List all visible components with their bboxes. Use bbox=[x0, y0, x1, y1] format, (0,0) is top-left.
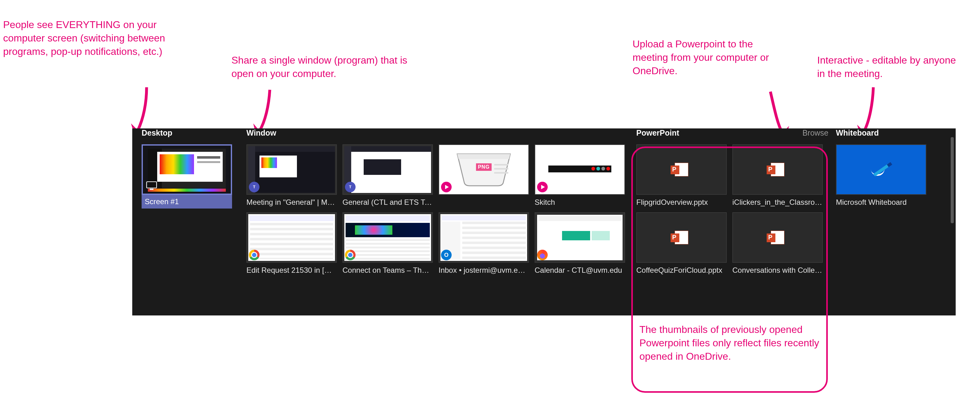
powerpoint-tile-label: iClickers_in_the_Classroo… bbox=[732, 198, 823, 207]
scrollbar-thumb[interactable] bbox=[951, 137, 954, 223]
share-tray-panel: Desktop Screen #1 Windo bbox=[132, 129, 956, 315]
window-tile-label: Calendar - CTL@uvm.edu bbox=[535, 266, 625, 275]
window-thumbnail: T bbox=[247, 144, 337, 195]
section-window: Window TMeeting in "General" | M…TGenera… bbox=[247, 129, 633, 275]
scrollbar[interactable] bbox=[951, 137, 954, 305]
powerpoint-tile-label: Conversations with Colle… bbox=[732, 266, 823, 275]
annotation-powerpoint: Upload a Powerpoint to the meeting from … bbox=[633, 37, 776, 78]
powerpoint-thumbnail bbox=[636, 144, 727, 195]
powerpoint-thumbnail bbox=[636, 212, 727, 263]
section-whiteboard: Whiteboard Microsoft Whiteboard bbox=[836, 129, 932, 207]
powerpoint-tile-label: CoffeeQuizForiCloud.pptx bbox=[636, 266, 727, 275]
skitch-icon bbox=[537, 182, 548, 192]
annotation-whiteboard: Interactive - editable by anyone in the … bbox=[817, 54, 961, 80]
powerpoint-tile[interactable]: CoffeeQuizForiCloud.pptx bbox=[636, 212, 727, 275]
window-thumbnail: O bbox=[439, 212, 529, 263]
window-thumbnail bbox=[342, 212, 433, 263]
powerpoint-icon bbox=[675, 231, 688, 245]
window-tile-label: General (CTL and ETS Te… bbox=[342, 198, 433, 207]
powerpoint-icon bbox=[675, 163, 688, 176]
desktop-thumbnail bbox=[142, 144, 232, 195]
section-title-powerpoint: PowerPoint bbox=[636, 129, 679, 137]
desktop-tile-label: Screen #1 bbox=[142, 195, 232, 208]
section-title-whiteboard: Whiteboard bbox=[836, 129, 932, 137]
section-title-desktop: Desktop bbox=[142, 129, 238, 137]
window-thumbnail bbox=[535, 212, 625, 263]
whiteboard-icon bbox=[872, 163, 890, 176]
section-powerpoint: PowerPoint Browse FlipgridOverview.pptxi… bbox=[636, 129, 831, 275]
window-tile[interactable]: Skitch bbox=[535, 144, 625, 207]
outlook-icon: O bbox=[441, 250, 452, 260]
firefox-icon bbox=[537, 250, 548, 260]
svg-text:T: T bbox=[253, 185, 255, 189]
powerpoint-thumbnail bbox=[732, 212, 823, 263]
chrome-icon bbox=[249, 250, 259, 260]
powerpoint-tile[interactable]: FlipgridOverview.pptx bbox=[636, 144, 727, 207]
window-thumbnail bbox=[247, 212, 337, 263]
powerpoint-browse-link[interactable]: Browse bbox=[802, 129, 829, 137]
window-tile-label: Skitch bbox=[535, 198, 625, 207]
window-tile-label: Meeting in "General" | M… bbox=[247, 198, 337, 207]
window-tile-label: Inbox • jostermi@uvm.e… bbox=[439, 266, 529, 275]
svg-text:T: T bbox=[349, 185, 352, 189]
window-tile[interactable]: TMeeting in "General" | M… bbox=[247, 144, 337, 207]
annotation-window: Share a single window (program) that is … bbox=[231, 54, 431, 80]
svg-rect-0 bbox=[146, 182, 157, 188]
section-title-window: Window bbox=[247, 129, 633, 137]
window-thumbnail: T bbox=[342, 144, 433, 195]
window-tile-label: Connect on Teams – The… bbox=[342, 266, 433, 275]
whiteboard-tile-label: Microsoft Whiteboard bbox=[836, 198, 926, 207]
window-tile-label: Edit Request 21530 in [D… bbox=[247, 266, 337, 275]
skitch-tray-icon: PNG bbox=[448, 151, 520, 188]
window-tile[interactable]: Connect on Teams – The… bbox=[342, 212, 433, 275]
powerpoint-icon bbox=[771, 231, 784, 245]
section-desktop: Desktop Screen #1 bbox=[142, 129, 238, 208]
window-tile-label bbox=[439, 198, 529, 207]
window-tile[interactable]: PNG bbox=[439, 144, 529, 207]
powerpoint-tile[interactable]: iClickers_in_the_Classroo… bbox=[732, 144, 823, 207]
window-tile[interactable]: TGeneral (CTL and ETS Te… bbox=[342, 144, 433, 207]
svg-rect-1 bbox=[150, 189, 153, 190]
annotation-ppt-note: The thumbnails of previously opened Powe… bbox=[640, 323, 820, 364]
window-tile[interactable]: Calendar - CTL@uvm.edu bbox=[535, 212, 625, 275]
annotation-desktop: People see EVERYTHING on your computer s… bbox=[3, 18, 181, 59]
powerpoint-icon bbox=[771, 163, 784, 176]
whiteboard-thumbnail bbox=[836, 144, 926, 195]
desktop-tile[interactable]: Screen #1 bbox=[142, 144, 232, 208]
window-tile[interactable]: Edit Request 21530 in [D… bbox=[247, 212, 337, 275]
window-thumbnail bbox=[535, 144, 625, 195]
whiteboard-tile[interactable]: Microsoft Whiteboard bbox=[836, 144, 926, 207]
powerpoint-thumbnail bbox=[732, 144, 823, 195]
powerpoint-tile[interactable]: Conversations with Colle… bbox=[732, 212, 823, 275]
chrome-icon bbox=[345, 250, 356, 260]
teams-icon: T bbox=[345, 182, 356, 192]
window-thumbnail: PNG bbox=[439, 144, 529, 195]
powerpoint-tile-label: FlipgridOverview.pptx bbox=[636, 198, 727, 207]
teams-icon: T bbox=[249, 182, 259, 192]
monitor-icon bbox=[146, 181, 157, 191]
window-tile[interactable]: OInbox • jostermi@uvm.e… bbox=[439, 212, 529, 275]
skitch-icon bbox=[441, 182, 452, 192]
